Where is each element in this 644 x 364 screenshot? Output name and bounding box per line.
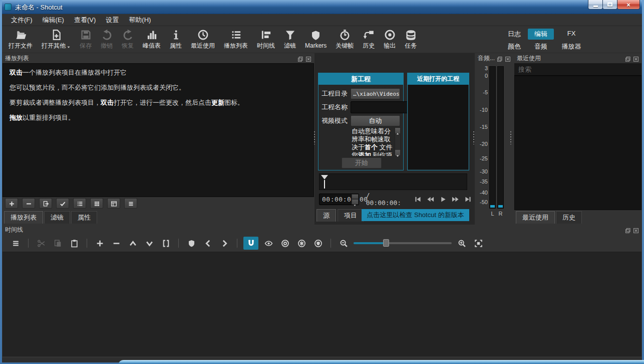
lift-button[interactable] — [126, 237, 139, 249]
scroll-down-button[interactable] — [395, 150, 400, 155]
export-button[interactable]: 输出 — [379, 28, 400, 51]
copy-button[interactable] — [51, 237, 64, 249]
menu-help[interactable]: 帮助(H) — [124, 14, 156, 26]
playlist-menu-button[interactable] — [124, 198, 137, 209]
ripple-delete-button[interactable] — [110, 237, 123, 249]
overwrite-button[interactable] — [143, 237, 156, 249]
start-button[interactable]: 开始 — [342, 157, 382, 168]
history-button[interactable]: 历史 — [358, 28, 379, 51]
scroll-up-button[interactable] — [395, 128, 400, 133]
timeline-button[interactable]: 时间线 — [252, 28, 279, 51]
scrub-toggle[interactable] — [262, 237, 275, 249]
menu-file[interactable]: 文件(F) — [6, 14, 38, 26]
timeline-menu-button[interactable] — [9, 237, 22, 249]
next-marker-button[interactable] — [218, 237, 231, 249]
tab-source[interactable]: 源 — [316, 209, 336, 222]
tab-project[interactable]: 项目 — [338, 209, 364, 222]
layout-logging-button[interactable]: 日志 — [502, 29, 527, 40]
splitter-handle[interactable] — [313, 131, 315, 144]
fast-forward-icon[interactable] — [452, 196, 459, 203]
slider-handle[interactable] — [383, 239, 389, 247]
save-button[interactable]: 保存 — [75, 28, 96, 51]
playlist-view-details-button[interactable] — [107, 198, 120, 209]
layout-color-button[interactable]: 颜色 — [502, 41, 527, 52]
tab-properties[interactable]: 属性 — [71, 211, 97, 224]
timecode-up-button[interactable] — [352, 194, 359, 200]
tab-playlist[interactable]: 播放列表 — [4, 211, 43, 224]
undo-button[interactable]: 撤销 — [96, 28, 117, 51]
layout-fx-button[interactable]: FX — [555, 29, 588, 40]
menu-view[interactable]: 查看(V) — [69, 14, 101, 26]
project-folder-field[interactable]: …\xiaoh\Videos — [351, 88, 400, 99]
minimize-button[interactable] — [588, 0, 603, 10]
zoom-fit-button[interactable] — [472, 237, 485, 249]
seek-bar[interactable] — [319, 173, 467, 190]
recent-files-list[interactable] — [514, 76, 641, 210]
peak-meter-button[interactable]: 峰值表 — [138, 28, 165, 51]
playhead-icon[interactable] — [321, 175, 328, 179]
menu-edit[interactable]: 编辑(E) — [38, 14, 69, 26]
playlist-add-button[interactable] — [5, 198, 18, 209]
markers-button[interactable]: Markers — [300, 29, 331, 50]
search-input[interactable] — [514, 63, 641, 76]
video-mode-button[interactable]: 自动 — [351, 115, 400, 126]
splitter-handle[interactable] — [510, 131, 512, 144]
jobs-button[interactable]: 任务 — [400, 28, 421, 51]
float-panel-icon[interactable] — [497, 55, 503, 61]
float-panel-icon[interactable] — [297, 55, 303, 61]
open-file-button[interactable]: 打开文件 — [4, 28, 37, 51]
skip-end-icon[interactable] — [464, 196, 472, 203]
properties-button[interactable]: 属性 — [165, 28, 186, 51]
timecode-spinbox[interactable]: 00:00:00:00 — [319, 194, 359, 205]
float-panel-icon[interactable] — [625, 55, 631, 61]
open-other-button[interactable]: 打开其他 — [37, 28, 75, 51]
timeline-zoom-slider[interactable] — [354, 237, 452, 249]
skip-start-icon[interactable] — [414, 196, 422, 203]
marker-button[interactable] — [185, 237, 198, 249]
rewind-icon[interactable] — [427, 196, 434, 203]
zoom-in-button[interactable] — [455, 237, 468, 249]
playlist-view-list-button[interactable] — [73, 198, 86, 209]
float-panel-icon[interactable] — [625, 227, 631, 233]
menu-settings[interactable]: 设置 — [101, 14, 124, 26]
append-button[interactable] — [93, 237, 106, 249]
redo-button[interactable]: 恢复 — [117, 28, 138, 51]
split-button[interactable] — [159, 237, 172, 249]
ripple-all-tracks-toggle[interactable] — [295, 237, 308, 249]
play-icon[interactable] — [439, 196, 447, 203]
playlist-view-tiles-button[interactable] — [90, 198, 103, 209]
timecode-down-button[interactable] — [352, 199, 359, 205]
ripple-markers-toggle[interactable] — [311, 237, 325, 249]
maximize-button[interactable] — [602, 0, 617, 10]
splitter-handle[interactable] — [473, 131, 475, 144]
recent-button[interactable]: 最近使用 — [186, 28, 219, 51]
recent-projects-list[interactable] — [408, 85, 468, 169]
keyframes-button[interactable]: 关键帧 — [331, 28, 358, 51]
playlist-button[interactable]: 播放列表 — [219, 28, 252, 51]
close-panel-icon[interactable] — [505, 55, 511, 61]
close-button[interactable]: × — [617, 0, 640, 10]
hint-scrollbar[interactable] — [395, 127, 401, 156]
update-banner[interactable]: 点击这里以检查 Shotcut 的新版本 — [362, 209, 469, 221]
ripple-toggle[interactable] — [278, 237, 291, 249]
prev-marker-button[interactable] — [201, 237, 214, 249]
filters-button[interactable]: 滤镜 — [279, 28, 300, 51]
cut-button[interactable] — [35, 237, 48, 249]
playlist-update-button[interactable] — [56, 198, 69, 209]
close-panel-icon[interactable] — [305, 55, 311, 61]
zoom-out-button[interactable] — [337, 237, 350, 249]
paste-button[interactable] — [68, 237, 81, 249]
layout-player-button[interactable]: 播放器 — [555, 41, 588, 52]
tab-filters[interactable]: 滤镜 — [44, 211, 70, 224]
snap-toggle[interactable] — [243, 237, 258, 250]
tab-recent[interactable]: 最近使用 — [516, 211, 555, 224]
playlist-open-button[interactable] — [39, 198, 52, 209]
close-panel-icon[interactable] — [633, 55, 639, 61]
layout-audio-button[interactable]: 音频 — [528, 41, 554, 52]
layout-editing-button[interactable]: 编辑 — [528, 29, 554, 40]
playlist-remove-button[interactable] — [22, 198, 35, 209]
timecode-value[interactable]: 00:00:00:00 — [322, 196, 368, 203]
tab-history[interactable]: 历史 — [556, 211, 582, 224]
timeline-tracks-area[interactable] — [3, 252, 641, 356]
close-panel-icon[interactable] — [633, 227, 639, 233]
